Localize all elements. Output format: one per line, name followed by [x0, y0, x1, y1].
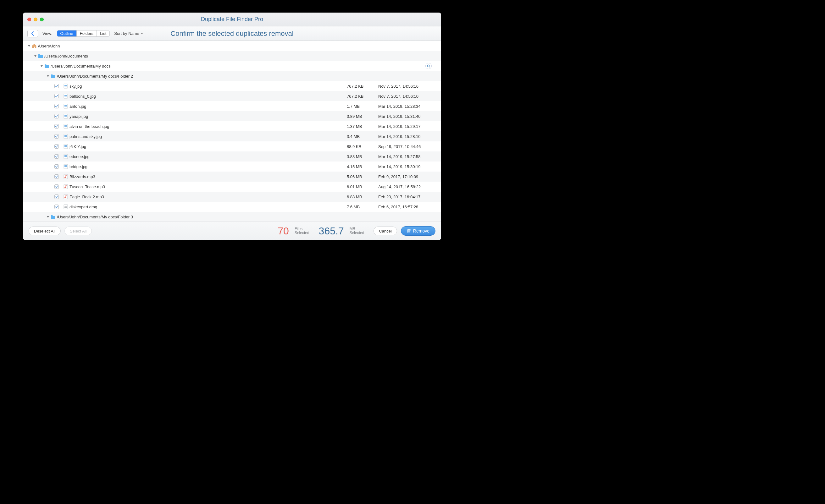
- file-checkbox[interactable]: [54, 154, 59, 159]
- file-row[interactable]: diskexpert.dmg7.6 MBFeb 6, 2017, 16:57:2…: [23, 202, 441, 212]
- file-row[interactable]: balloons_0.jpg767.2 KBNov 7, 2017, 14:56…: [23, 91, 441, 101]
- file-checkbox[interactable]: [54, 184, 59, 189]
- file-checkbox[interactable]: [54, 134, 59, 139]
- file-icon: [62, 194, 70, 199]
- size-selected-label: MB Selected: [350, 227, 364, 235]
- home-icon: [30, 44, 38, 48]
- tree-row-documents[interactable]: /Users/John/Documents: [23, 51, 441, 61]
- file-tree[interactable]: /Users/John /Users/John/Documents /Users…: [23, 41, 441, 222]
- file-checkbox[interactable]: [54, 194, 59, 199]
- back-button[interactable]: [27, 30, 38, 37]
- file-date: Sep 19, 2017, 10:44:46: [378, 144, 441, 149]
- file-checkbox[interactable]: [54, 94, 59, 98]
- chevron-down-icon: [141, 33, 143, 34]
- view-outline-tab[interactable]: Outline: [57, 30, 77, 36]
- tree-row-folder3[interactable]: /Users/John/Documents/My docs/Folder 3: [23, 212, 441, 222]
- deselect-all-button[interactable]: Deselect All: [28, 227, 61, 235]
- cancel-button[interactable]: Cancel: [374, 227, 397, 235]
- file-checkbox[interactable]: [54, 114, 59, 118]
- disclosure-triangle[interactable]: [46, 215, 49, 219]
- search-button[interactable]: [425, 63, 432, 69]
- disclosure-triangle[interactable]: [33, 54, 37, 58]
- file-row[interactable]: palms and sky.jpg3.4 MBMar 14, 2019, 15:…: [23, 131, 441, 142]
- file-date: Mar 14, 2019, 15:31:40: [378, 114, 441, 119]
- file-date: Nov 7, 2017, 14:56:10: [378, 94, 441, 99]
- view-list-tab[interactable]: List: [97, 30, 109, 36]
- view-folders-tab[interactable]: Folders: [77, 30, 97, 36]
- titlebar: Duplicate File Finder Pro: [23, 13, 441, 26]
- file-row[interactable]: sky.jpg767.2 KBNov 7, 2017, 14:56:16: [23, 81, 441, 91]
- file-size: 6.88 MB: [347, 194, 378, 199]
- file-name: palms and sky.jpg: [70, 134, 347, 139]
- file-checkbox[interactable]: [54, 174, 59, 179]
- files-selected-label: Files Selected: [295, 227, 309, 235]
- minimize-window-button[interactable]: [33, 18, 38, 21]
- tree-row-root[interactable]: /Users/John: [23, 41, 441, 51]
- file-icon: [62, 134, 70, 139]
- trash-icon: [407, 229, 411, 233]
- tree-path-label: /Users/John/Documents/My docs/Folder 2: [57, 74, 441, 79]
- toolbar: View: Outline Folders List Sort by Name …: [23, 26, 441, 41]
- file-checkbox[interactable]: [54, 104, 59, 108]
- disclosure-triangle[interactable]: [27, 44, 30, 48]
- file-row[interactable]: Tuscon_Tease.mp36.01 MBAug 14, 2017, 16:…: [23, 182, 441, 192]
- tree-row-folder2[interactable]: /Users/John/Documents/My docs/Folder 2: [23, 71, 441, 81]
- file-name: Blizzards.mp3: [70, 174, 347, 179]
- disclosure-triangle[interactable]: [46, 75, 49, 78]
- file-date: Aug 14, 2017, 16:58:22: [378, 184, 441, 189]
- close-window-button[interactable]: [27, 18, 31, 21]
- folder-icon: [37, 54, 44, 58]
- zoom-window-button[interactable]: [40, 18, 44, 21]
- sort-label: Sort by Name: [114, 31, 139, 36]
- file-row[interactable]: edceee.jpg3.88 MBMar 14, 2019, 15:27:58: [23, 152, 441, 162]
- footer: Deselect All Select All 70 Files Selecte…: [23, 222, 441, 240]
- file-name: sky.jpg: [70, 84, 347, 89]
- file-icon: [62, 84, 70, 89]
- file-date: Mar 14, 2019, 15:30:19: [378, 164, 441, 169]
- chevron-left-icon: [31, 31, 34, 36]
- svg-point-25: [64, 197, 66, 198]
- file-icon: [62, 204, 70, 209]
- select-all-button[interactable]: Select All: [64, 227, 92, 235]
- tree-row-mydocs[interactable]: /Users/John/Documents/My docs: [23, 61, 441, 71]
- svg-rect-7: [64, 105, 67, 106]
- file-icon: [62, 164, 70, 169]
- file-date: Mar 14, 2019, 15:27:58: [378, 154, 441, 159]
- file-row[interactable]: j6iKIY.jpg88.9 KBSep 19, 2017, 10:44:46: [23, 142, 441, 152]
- svg-rect-15: [64, 145, 67, 147]
- file-checkbox[interactable]: [54, 84, 59, 88]
- tree-path-label: /Users/John/Documents/My docs/Folder 3: [57, 215, 441, 219]
- file-row[interactable]: Blizzards.mp35.06 MBFeb 9, 2017, 17:10:0…: [23, 172, 441, 182]
- file-size: 1.37 MB: [347, 124, 378, 129]
- file-name: Eagle_Rock 2.mp3: [70, 194, 347, 199]
- file-checkbox[interactable]: [54, 124, 59, 129]
- file-size: 4.15 MB: [347, 164, 378, 169]
- file-size: 767.2 KB: [347, 84, 378, 89]
- file-row[interactable]: alvin on the beach.jpg1.37 MBMar 14, 201…: [23, 121, 441, 131]
- svg-rect-19: [64, 165, 67, 167]
- file-checkbox[interactable]: [54, 164, 59, 169]
- files-selected-count: 70: [278, 225, 289, 237]
- file-row[interactable]: yanapi.jpg3.89 MBMar 14, 2019, 15:31:40: [23, 111, 441, 121]
- file-name: edceee.jpg: [70, 154, 347, 159]
- disclosure-triangle[interactable]: [40, 64, 43, 68]
- file-icon: [62, 114, 70, 119]
- sort-dropdown[interactable]: Sort by Name: [114, 31, 143, 36]
- svg-rect-17: [64, 155, 67, 157]
- tree-path-label: /Users/John/Documents: [44, 54, 441, 59]
- view-label: View:: [43, 31, 53, 36]
- remove-button[interactable]: Remove: [401, 226, 436, 236]
- file-size: 7.6 MB: [347, 204, 378, 209]
- file-name: diskexpert.dmg: [70, 204, 347, 209]
- file-row[interactable]: Eagle_Rock 2.mp36.88 MBFeb 23, 2017, 16:…: [23, 192, 441, 202]
- window-title: Duplicate File Finder Pro: [23, 16, 441, 23]
- file-checkbox[interactable]: [54, 144, 59, 149]
- file-size: 3.89 MB: [347, 114, 378, 119]
- file-icon: [62, 174, 70, 179]
- file-checkbox[interactable]: [54, 204, 59, 209]
- file-name: alvin on the beach.jpg: [70, 124, 347, 129]
- file-row[interactable]: bridge.jpg4.15 MBMar 14, 2019, 15:30:19: [23, 162, 441, 172]
- file-size: 5.06 MB: [347, 174, 378, 179]
- file-row[interactable]: anton.jpg1.7 MBMar 14, 2019, 15:28:34: [23, 101, 441, 111]
- svg-rect-13: [64, 135, 67, 137]
